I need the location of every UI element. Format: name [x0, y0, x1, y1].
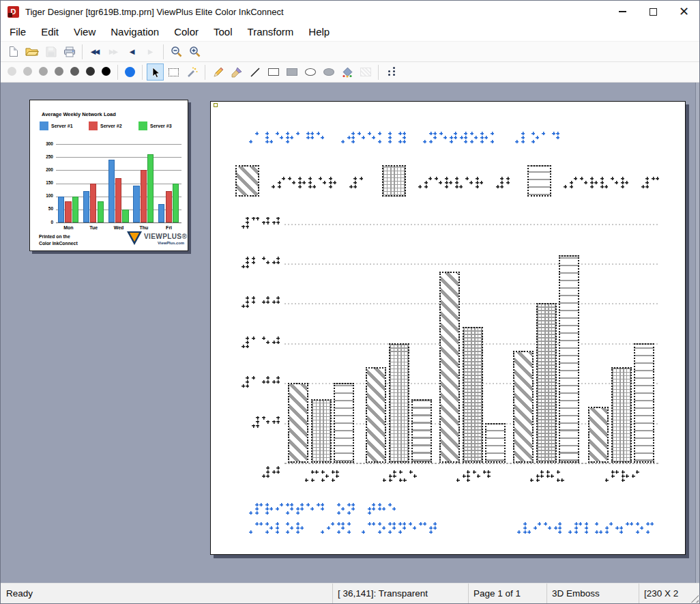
pointer-tool-button[interactable] — [147, 63, 164, 81]
preview-bar — [122, 210, 128, 222]
document-canvas[interactable] — [210, 101, 686, 555]
braille-dot — [474, 136, 478, 139]
minimize-button[interactable] — [607, 1, 638, 23]
window-controls: ✕ — [607, 1, 699, 23]
palette-gray-1[interactable] — [8, 67, 16, 76]
braille-dot — [409, 522, 412, 526]
braille-dot — [469, 181, 473, 184]
menu-edit[interactable]: Edit — [33, 23, 66, 40]
filled-rectangle-tool-button[interactable] — [283, 63, 300, 81]
ink-preview-card[interactable]: Average Weekly Network LoadServer #1Serv… — [29, 100, 188, 251]
braille-dot — [347, 530, 351, 534]
braille-dot — [619, 526, 623, 530]
braille-dots-tool-button[interactable] — [383, 63, 400, 81]
braille-dot — [439, 132, 443, 135]
menu-color[interactable]: Color — [166, 23, 206, 40]
braille-dot — [286, 140, 289, 143]
braille-dot — [368, 511, 371, 515]
braille-dot — [246, 384, 249, 388]
braille-dot — [483, 470, 486, 474]
braille-dot — [329, 177, 332, 180]
zoom-out-button[interactable] — [168, 43, 185, 60]
palette-gray-2[interactable] — [23, 67, 32, 76]
braille-dot — [540, 470, 544, 474]
menu-help[interactable]: Help — [301, 23, 337, 40]
menu-file[interactable]: File — [2, 23, 33, 40]
filled-ellipse-tool-button[interactable] — [320, 63, 337, 81]
close-icon: ✕ — [679, 5, 689, 18]
toolbar-separator — [142, 65, 143, 80]
braille-dot — [561, 478, 564, 482]
braille-dot — [388, 132, 392, 135]
braille-dot — [325, 474, 329, 478]
brush-tool-button[interactable] — [228, 63, 245, 81]
menu-view[interactable]: View — [66, 23, 103, 40]
printer-icon — [63, 46, 76, 57]
pattern-fill-tool-button[interactable] — [357, 63, 374, 81]
braille-dot — [341, 522, 345, 526]
braille-dot — [242, 225, 245, 229]
filled-ellipse-icon — [323, 68, 334, 76]
tactile-bar-grid — [536, 303, 557, 463]
braille-dot — [252, 425, 255, 428]
braille-dot — [252, 300, 255, 304]
braille-dot — [269, 140, 273, 143]
ellipse-tool-button[interactable] — [302, 63, 319, 81]
last-page-button[interactable]: ▶▶ — [105, 43, 122, 60]
tactile-baseline — [285, 463, 658, 464]
braille-dot — [308, 177, 312, 180]
palette-gray-5[interactable] — [70, 67, 79, 76]
menu-transform[interactable]: Transform — [240, 23, 302, 40]
braille-dot — [272, 420, 276, 424]
braille-dot — [246, 296, 249, 300]
menu-navigation[interactable]: Navigation — [103, 23, 166, 40]
zoom-in-button[interactable] — [186, 43, 203, 60]
braille-dot — [625, 181, 628, 184]
palette-gray-6[interactable] — [86, 67, 95, 76]
tactile-bar-horizontal — [334, 383, 354, 463]
braille-footer-line1 — [245, 503, 398, 515]
menu-tool[interactable]: Tool — [206, 23, 240, 40]
braille-dot — [372, 522, 375, 526]
maximize-button[interactable] — [638, 1, 669, 23]
first-page-button[interactable]: ◀◀ — [87, 43, 104, 60]
print-button[interactable] — [61, 43, 78, 60]
braille-dot — [487, 470, 491, 474]
braille-dot — [276, 257, 280, 260]
braille-dot — [276, 217, 280, 220]
braille-dot — [500, 181, 504, 184]
palette-gray-3[interactable] — [39, 67, 48, 76]
braille-dot — [298, 177, 302, 180]
rectangle-tool-button[interactable] — [265, 63, 282, 81]
braille-y-tick-label — [242, 296, 282, 308]
braille-dot — [392, 507, 396, 510]
braille-dot — [491, 132, 494, 135]
braille-dot — [337, 530, 340, 534]
braille-dot — [266, 341, 269, 344]
next-page-button[interactable]: ▶ — [142, 43, 159, 60]
braille-dot — [456, 478, 460, 482]
open-file-button[interactable] — [23, 43, 41, 60]
braille-dot — [454, 132, 457, 135]
palette-gray-7[interactable] — [102, 67, 111, 76]
braille-dot — [276, 376, 280, 379]
palette-gray-4[interactable] — [55, 67, 63, 76]
toolbar-separator — [82, 44, 83, 59]
braille-dot — [321, 136, 324, 139]
braille-dot — [327, 526, 330, 530]
close-button[interactable]: ✕ — [669, 1, 699, 23]
preview-x-tick-label: Mon — [58, 225, 78, 230]
pencil-tool-button[interactable] — [209, 63, 227, 81]
save-file-button[interactable] — [42, 43, 59, 60]
magic-wand-tool-button[interactable] — [184, 63, 201, 81]
rectangular-select-tool-button[interactable] — [165, 63, 182, 81]
braille-dot — [615, 181, 618, 184]
preview-x-tick-label: Thu — [134, 225, 154, 230]
new-document-button[interactable] — [5, 43, 22, 60]
previous-page-button[interactable]: ◀ — [123, 43, 141, 60]
preview-bar — [173, 184, 179, 223]
braille-dot — [310, 132, 314, 135]
line-tool-button[interactable] — [246, 63, 263, 81]
fill-color-tool-button[interactable] — [338, 63, 355, 81]
palette-blue-circle[interactable] — [125, 67, 135, 77]
